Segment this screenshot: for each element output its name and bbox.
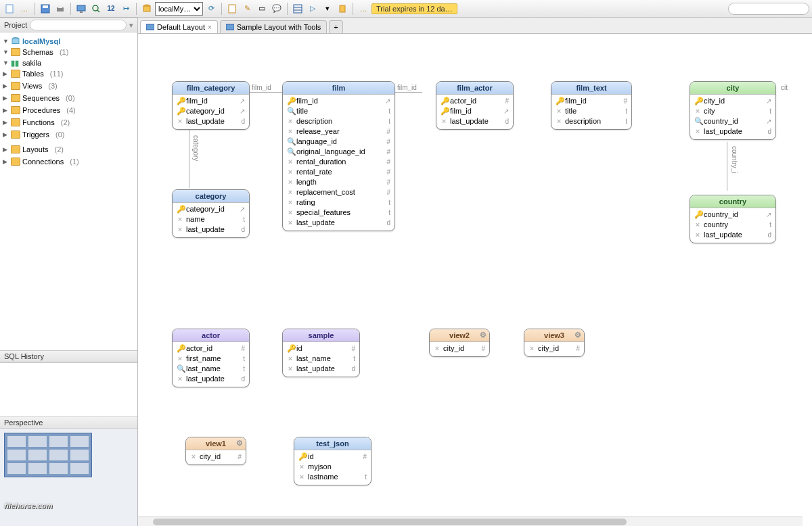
- entity-film_category[interactable]: film_category🔑film_id↗🔑category_id↗×last…: [172, 81, 250, 130]
- tree-item-functions[interactable]: ▶ Functions (2): [0, 118, 137, 127]
- connection-selector[interactable]: localMy…: [155, 2, 203, 16]
- refresh-icon[interactable]: ⟳: [204, 2, 218, 16]
- tab-default-layout[interactable]: Default Layout ×: [140, 20, 218, 33]
- column-row[interactable]: ×replacement_cost#: [286, 187, 392, 197]
- column-row[interactable]: ×cityt: [693, 106, 773, 116]
- comment-icon[interactable]: 💬: [270, 2, 284, 16]
- entity-actor[interactable]: actor🔑actor_id#×first_namet🔍last_namet×l…: [172, 329, 250, 387]
- column-row[interactable]: 🔑city_id↗: [693, 96, 773, 106]
- entity-film[interactable]: film🔑film_id↗🔍titlet×descriptiont×releas…: [282, 81, 395, 231]
- column-row[interactable]: ×last_updated: [693, 230, 773, 240]
- column-row[interactable]: 🔑category_id↗: [175, 106, 246, 116]
- tool3-icon[interactable]: ▾: [321, 2, 334, 16]
- tree-item-tables[interactable]: ▶ Tables (11): [0, 69, 137, 78]
- column-row[interactable]: 🔍country_id↗: [693, 116, 773, 126]
- tab-sample-layout[interactable]: Sample Layout with Tools: [220, 20, 328, 33]
- horizontal-scrollbar[interactable]: [138, 517, 803, 526]
- tree-schemas[interactable]: ▼ Schemas (1): [0, 47, 137, 57]
- sql-history-header[interactable]: SQL History: [0, 350, 137, 362]
- column-row[interactable]: ×namet: [175, 214, 246, 224]
- entity-sample[interactable]: sample🔑id#×last_namet×last_updated: [282, 329, 360, 377]
- column-row[interactable]: ×lastnamet: [297, 472, 368, 482]
- close-icon[interactable]: ×: [208, 24, 212, 31]
- column-row[interactable]: ×myjson: [297, 462, 368, 472]
- column-row[interactable]: 🔍titlet: [286, 106, 392, 116]
- tree-sakila[interactable]: ▼ ▮▮ sakila: [0, 58, 137, 68]
- tree-item-sequences[interactable]: ▶ Sequences (0): [0, 93, 137, 103]
- dropdown-icon[interactable]: …: [18, 2, 31, 16]
- entity-city[interactable]: city🔑city_id↗×cityt🔍country_id↗×last_upd…: [690, 81, 776, 140]
- execute-icon[interactable]: ▷: [306, 2, 319, 16]
- save-icon[interactable]: [39, 2, 52, 16]
- monitor-icon[interactable]: [74, 2, 88, 16]
- column-row[interactable]: ×descriptiont: [554, 116, 629, 126]
- diagram-canvas[interactable]: film_id film_id category country_i cit f…: [138, 34, 812, 526]
- column-row[interactable]: 🔍last_namet: [175, 364, 246, 374]
- column-row[interactable]: 🔑id#: [286, 343, 357, 354]
- new-icon[interactable]: [3, 2, 16, 16]
- column-row[interactable]: ×last_namet: [286, 354, 357, 364]
- add-tab-button[interactable]: +: [329, 20, 342, 33]
- zoom-icon[interactable]: [89, 2, 103, 16]
- tree-item-procedures[interactable]: ▶ Procedures (4): [0, 105, 137, 115]
- column-row[interactable]: 🔑film_id↗: [175, 96, 246, 106]
- entity-country[interactable]: country🔑country_id↗×countryt×last_update…: [690, 195, 776, 243]
- column-row[interactable]: ×countryt: [693, 220, 773, 230]
- entity-view2[interactable]: view2⚙×city_id#: [429, 329, 490, 357]
- tree-layouts[interactable]: ▶ Layouts (2): [0, 145, 137, 154]
- column-row[interactable]: ×titlet: [554, 106, 629, 116]
- project-filter-input[interactable]: [30, 20, 127, 30]
- column-row[interactable]: ×first_namet: [175, 354, 246, 364]
- column-row[interactable]: 🔑film_id↗: [286, 96, 392, 106]
- perspective-minimap[interactable]: [4, 433, 92, 477]
- entity-category[interactable]: category🔑category_id↗×namet×last_updated: [172, 189, 250, 238]
- column-row[interactable]: 🔑id#: [297, 452, 368, 462]
- column-row[interactable]: 🔑film_id#: [554, 96, 629, 106]
- column-row[interactable]: 🔑actor_id#: [439, 96, 510, 106]
- entity-view1[interactable]: view1⚙×city_id#: [185, 437, 246, 465]
- column-row[interactable]: ×last_updated: [175, 116, 246, 126]
- column-row[interactable]: 🔑actor_id#: [175, 343, 246, 354]
- column-row[interactable]: ×city_id#: [527, 343, 581, 354]
- column-row[interactable]: 🔑film_id↗: [439, 106, 510, 116]
- tree-item-views[interactable]: ▶ Views (3): [0, 81, 137, 91]
- column-row[interactable]: ×rental_rate#: [286, 167, 392, 177]
- column-row[interactable]: ×last_updated: [286, 218, 392, 228]
- column-row[interactable]: ×descriptiont: [286, 116, 392, 126]
- forward-icon[interactable]: ↦: [119, 2, 133, 16]
- collapse-icon[interactable]: ▾: [129, 21, 133, 30]
- column-row[interactable]: ×last_updated: [693, 126, 773, 137]
- grid-icon[interactable]: [291, 2, 304, 16]
- column-row[interactable]: ×last_updated: [439, 116, 510, 126]
- column-row[interactable]: ×last_updated: [175, 224, 246, 235]
- quick-search-input[interactable]: [728, 3, 809, 15]
- tree-root-localmysql[interactable]: ▼ localMysql: [0, 37, 137, 46]
- tree-item-triggers[interactable]: ▶ Triggers (0): [0, 130, 137, 139]
- column-row[interactable]: 🔑category_id↗: [175, 204, 246, 214]
- trial-badge[interactable]: Trial expires in 12 da…: [371, 3, 457, 14]
- entity-test_json[interactable]: test_json🔑id#×myjson×lastnamet: [294, 437, 371, 485]
- column-row[interactable]: ×city_id#: [189, 452, 243, 462]
- twelve-icon[interactable]: 12: [104, 2, 118, 16]
- console-icon[interactable]: ▭: [255, 2, 269, 16]
- entity-film_text[interactable]: film_text🔑film_id#×titlet×descriptiont: [551, 81, 632, 130]
- tree-connections[interactable]: ▶ Connections (1): [0, 157, 137, 166]
- column-row[interactable]: ×length#: [286, 177, 392, 187]
- script-icon[interactable]: [225, 2, 239, 16]
- column-row[interactable]: ×last_updated: [286, 364, 357, 374]
- db-icon[interactable]: [140, 2, 154, 16]
- print-icon[interactable]: [53, 2, 67, 16]
- paste-icon[interactable]: [336, 2, 349, 16]
- column-row[interactable]: ×last_updated: [175, 374, 246, 384]
- column-row[interactable]: ×city_id#: [432, 343, 487, 354]
- column-row[interactable]: ×special_featurest: [286, 208, 392, 218]
- column-row[interactable]: 🔑country_id↗: [693, 210, 773, 220]
- column-row[interactable]: ×rental_duration#: [286, 157, 392, 167]
- column-row[interactable]: 🔍language_id#: [286, 137, 392, 147]
- column-row[interactable]: 🔍original_language_id#: [286, 147, 392, 157]
- entity-view3[interactable]: view3⚙×city_id#: [524, 329, 585, 357]
- column-row[interactable]: ×release_year#: [286, 126, 392, 137]
- column-row[interactable]: ×ratingt: [286, 197, 392, 208]
- edit-icon[interactable]: ✎: [240, 2, 254, 16]
- entity-film_actor[interactable]: film_actor🔑actor_id#🔑film_id↗×last_updat…: [436, 81, 514, 130]
